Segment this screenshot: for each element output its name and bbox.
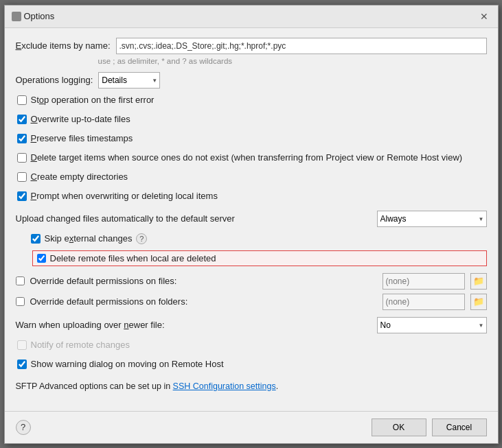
stop-operation-row: Stop operation on the first error [16, 93, 487, 108]
help-button[interactable]: ? [16, 420, 31, 435]
perm-files-input[interactable] [383, 273, 465, 290]
perm-files-label[interactable]: Override default permissions on files: [30, 276, 177, 286]
exclude-hint: use ; as delimiter, * and ? as wildcards [16, 57, 487, 65]
dialog-title: Options [24, 11, 477, 21]
cancel-button[interactable]: Cancel [432, 418, 487, 436]
delete-remote-highlighted-box: Delete remote files when local are delet… [32, 250, 487, 266]
prompt-overwrite-checkbox[interactable] [17, 191, 27, 201]
close-button[interactable]: ✕ [477, 10, 491, 23]
exclude-input[interactable] [116, 38, 487, 54]
notify-remote-row: Notify of remote changes [16, 338, 487, 353]
logging-select[interactable]: Details Info Warning None [98, 72, 160, 89]
delete-remote-checkbox[interactable] [37, 254, 46, 263]
skip-external-label[interactable]: Skip external changes [45, 233, 133, 244]
delete-remote-container: Delete remote files when local are delet… [16, 250, 487, 266]
preserve-timestamps-label[interactable]: Preserve files timestamps [31, 133, 133, 143]
perm-folders-input[interactable] [383, 294, 465, 310]
show-warning-label[interactable]: Show warning dialog on moving on Remote … [31, 359, 224, 369]
dialog-content: Exclude items by name: use ; as delimite… [5, 28, 498, 411]
sftp-note-suffix: . [276, 381, 278, 391]
exclude-row: Exclude items by name: [16, 38, 487, 54]
warn-newer-label: Warn when uploading over newer file: [16, 320, 165, 330]
warn-newer-row: Warn when uploading over newer file: No … [16, 317, 487, 333]
logging-label-text: Operations logging: [16, 75, 93, 85]
ok-button[interactable]: OK [372, 418, 426, 436]
delete-target-checkbox[interactable] [17, 153, 27, 163]
options-dialog: Options ✕ Exclude items by name: use ; a… [4, 5, 499, 444]
overwrite-label[interactable]: Overwrite up-to-date files [31, 114, 130, 124]
perm-folders-browse-button[interactable]: 📁 [470, 294, 487, 310]
notify-remote-label: Notify of remote changes [31, 340, 130, 350]
prompt-overwrite-label[interactable]: Prompt when overwriting or deleting loca… [31, 191, 218, 201]
warn-newer-select-wrapper[interactable]: No Yes Ask [377, 317, 487, 333]
stop-operation-checkbox[interactable] [17, 95, 27, 105]
delete-target-label[interactable]: Delete target items when source ones do … [31, 152, 463, 163]
preserve-timestamps-checkbox[interactable] [17, 134, 27, 143]
overwrite-row: Overwrite up-to-date files [16, 112, 487, 127]
create-dirs-label[interactable]: Create empty directories [31, 172, 128, 182]
ssh-configuration-link[interactable]: SSH Configuration settings [173, 381, 276, 391]
sftp-note-row: SFTP Advanced options can be set up in S… [16, 381, 487, 391]
perm-files-checkbox[interactable] [16, 276, 25, 285]
overwrite-checkbox[interactable] [17, 115, 27, 124]
delete-remote-label[interactable]: Delete remote files when local are delet… [50, 253, 216, 263]
exclude-label: Exclude items by name: [16, 40, 111, 51]
skip-external-row: Skip external changes ? [16, 231, 487, 246]
footer-left: ? [16, 420, 366, 435]
notify-remote-checkbox [17, 340, 27, 350]
exclude-underline: E [16, 40, 22, 51]
perm-folders-checkbox[interactable] [16, 297, 25, 306]
title-bar: Options ✕ [5, 5, 498, 28]
perm-files-row: Override default permissions on files: 📁 [16, 273, 487, 290]
folder-icon: 📁 [473, 276, 484, 286]
warn-newer-select[interactable]: No Yes Ask [377, 317, 487, 333]
sftp-note-prefix: SFTP Advanced options can be set up in [16, 381, 173, 391]
delete-target-row: Delete target items when source ones do … [16, 150, 487, 165]
preserve-timestamps-row: Preserve files timestamps [16, 131, 487, 146]
upload-auto-label: Upload changed files automatically to th… [16, 213, 235, 224]
skip-external-help-icon[interactable]: ? [136, 233, 147, 244]
upload-auto-select-wrapper[interactable]: Always Never On explicit save action [377, 211, 487, 227]
prompt-overwrite-row: Prompt when overwriting or deleting loca… [16, 189, 487, 204]
logging-row: Operations logging: Details Info Warning… [16, 72, 487, 89]
upload-auto-select[interactable]: Always Never On explicit save action [377, 211, 487, 227]
stop-operation-label[interactable]: Stop operation on the first error [31, 95, 155, 105]
show-warning-checkbox[interactable] [17, 359, 27, 369]
upload-auto-row: Upload changed files automatically to th… [16, 211, 487, 227]
perm-folders-label[interactable]: Override default permissions on folders: [30, 296, 188, 307]
logging-select-wrapper[interactable]: Details Info Warning None [98, 72, 160, 89]
show-warning-row: Show warning dialog on moving on Remote … [16, 357, 487, 372]
create-dirs-checkbox[interactable] [17, 172, 27, 182]
folder-icon-2: 📁 [473, 296, 484, 307]
perm-folders-row: Override default permissions on folders:… [16, 294, 487, 310]
perm-files-browse-button[interactable]: 📁 [470, 273, 487, 290]
create-dirs-row: Create empty directories [16, 169, 487, 185]
logging-label: Operations logging: [16, 75, 93, 85]
dialog-footer: ? OK Cancel [5, 411, 498, 443]
skip-external-checkbox[interactable] [31, 234, 41, 244]
dialog-icon [12, 12, 21, 21]
exclude-label-text: xclude items by name: [21, 40, 110, 51]
